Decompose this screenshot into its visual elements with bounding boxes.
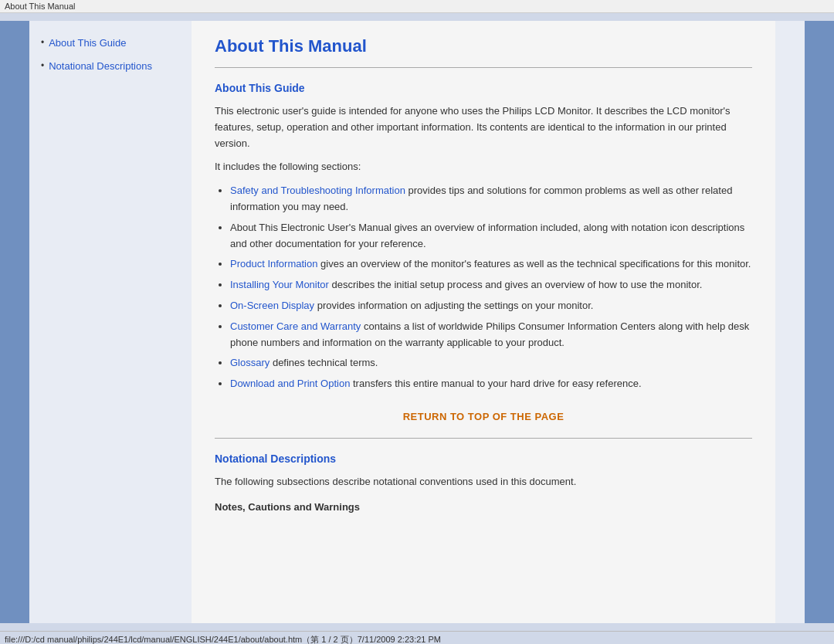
osd-text: provides information on adjusting the se… xyxy=(314,300,593,311)
glossary-link[interactable]: Glossary xyxy=(230,357,270,368)
list-item: Safety and Troubleshooting Information p… xyxy=(230,183,752,215)
notational-title: Notational Descriptions xyxy=(215,452,752,465)
includes-text: It includes the following sections: xyxy=(215,159,752,175)
sidebar-nav-list: About This Guide Notational Descriptions xyxy=(41,36,180,73)
customer-care-link[interactable]: Customer Care and Warranty xyxy=(230,320,361,332)
installing-text: describes the initial setup process and … xyxy=(329,279,702,290)
safety-link[interactable]: Safety and Troubleshooting Information xyxy=(230,185,405,196)
notational-intro: The following subsections describe notat… xyxy=(215,474,752,490)
osd-link[interactable]: On-Screen Display xyxy=(230,300,314,311)
return-to-top: RETURN TO TOP OF THE PAGE xyxy=(215,411,752,422)
list-item: Installing Your Monitor describes the in… xyxy=(230,277,752,293)
status-bar: file:///D:/cd manual/philips/244E1/lcd/m… xyxy=(0,631,834,644)
list-item: Product Information gives an overview of… xyxy=(230,256,752,273)
electronic-manual-text: About This Electronic User's Manual give… xyxy=(230,222,744,249)
right-accent-bar-1 xyxy=(775,21,805,623)
sidebar-item-notational: Notational Descriptions xyxy=(41,59,180,73)
about-guide-intro: This electronic user's guide is intended… xyxy=(215,103,752,151)
sidebar-link-notational[interactable]: Notational Descriptions xyxy=(49,59,152,73)
product-info-link[interactable]: Product Information xyxy=(230,258,317,269)
list-item: About This Electronic User's Manual give… xyxy=(230,220,752,253)
list-item: Download and Print Option transfers this… xyxy=(230,376,752,392)
browser-title-bar: About This Manual xyxy=(0,0,834,13)
sidebar-link-about-guide[interactable]: About This Guide xyxy=(49,36,126,50)
left-accent-bar xyxy=(0,21,29,623)
top-divider xyxy=(215,67,752,68)
about-guide-section: About This Guide This electronic user's … xyxy=(215,82,752,422)
list-item: Customer Care and Warranty contains a li… xyxy=(230,319,752,351)
notes-cautions-warnings: Notes, Cautions and Warnings xyxy=(215,501,752,513)
download-text: transfers this entire manual to your har… xyxy=(350,378,641,389)
sidebar-item-about-guide: About This Guide xyxy=(41,36,180,50)
glossary-text: defines technical terms. xyxy=(270,357,378,368)
download-link[interactable]: Download and Print Option xyxy=(230,378,350,389)
main-content: About This Manual About This Guide This … xyxy=(192,21,775,623)
page-title: About This Manual xyxy=(215,36,752,56)
installing-link[interactable]: Installing Your Monitor xyxy=(230,279,329,290)
sidebar: About This Guide Notational Descriptions xyxy=(29,21,192,623)
right-accent-bar-2 xyxy=(805,21,834,623)
about-guide-title: About This Guide xyxy=(215,82,752,94)
return-to-top-link[interactable]: RETURN TO TOP OF THE PAGE xyxy=(403,411,564,422)
guide-bullet-list: Safety and Troubleshooting Information p… xyxy=(230,183,752,392)
list-item: On-Screen Display provides information o… xyxy=(230,298,752,314)
mid-divider xyxy=(215,438,752,439)
product-info-text: gives an overview of the monitor's featu… xyxy=(317,258,751,269)
list-item: Glossary defines technical terms. xyxy=(230,355,752,371)
notational-section: Notational Descriptions The following su… xyxy=(215,452,752,513)
